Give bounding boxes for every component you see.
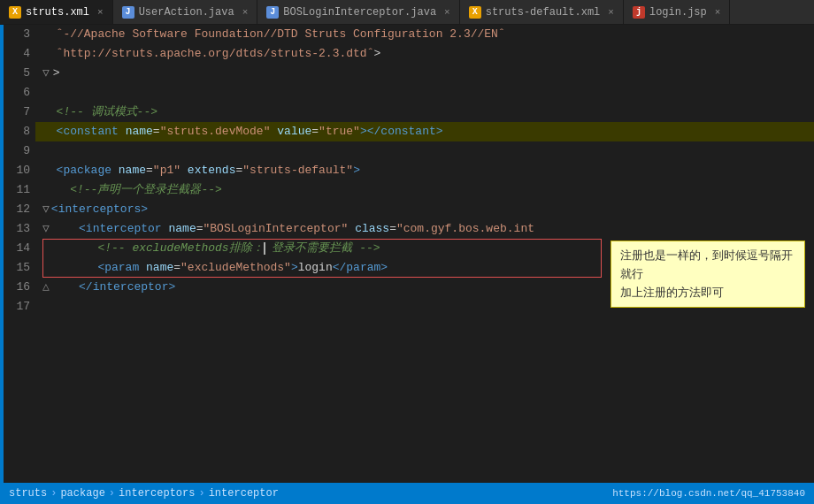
tab-label-struts-default: struts-default.xml [486, 6, 601, 19]
breadcrumb: struts › package › interceptors › interc… [9, 487, 279, 500]
tab-login-jsp[interactable]: j login.jsp × [624, 0, 730, 24]
code-content[interactable]: ˆ-//Apache Software Foundation//DTD Stru… [35, 25, 814, 483]
code-line-6 [35, 83, 814, 103]
tab-struts-default-xml[interactable]: X struts-default.xml × [460, 0, 624, 24]
code-line-12: ▽<interceptors> [35, 200, 814, 219]
line-num-6: 6 [4, 83, 30, 103]
tab-close-boslogin[interactable]: × [444, 7, 450, 18]
breadcrumb-struts[interactable]: struts [9, 487, 47, 500]
tab-label-login-jsp: login.jsp [649, 6, 707, 19]
code-line-10: <package name="p1" extends="struts-defau… [35, 161, 814, 180]
line-num-7: 7 [4, 103, 30, 122]
tab-icon-useraction: J [122, 6, 134, 19]
tab-close-login-jsp[interactable]: × [715, 7, 721, 18]
tab-useraction-java[interactable]: J UserAction.java × [113, 0, 258, 24]
code-lines: ˆ-//Apache Software Foundation//DTD Stru… [35, 25, 814, 317]
tab-icon-struts-xml: X [9, 6, 21, 19]
tab-label-struts-xml: struts.xml [26, 6, 89, 19]
breadcrumb-package[interactable]: package [60, 487, 104, 500]
tab-label-useraction: UserAction.java [139, 6, 234, 19]
tab-icon-login-jsp: j [633, 6, 645, 19]
line-num-17: 17 [4, 297, 30, 317]
line-num-16: 16 [4, 278, 30, 297]
red-box-container: <!-- excludeMethods排除： 登录不需要拦截 --> <para… [35, 239, 814, 278]
editor-area: 3 4 5 6 7 8 9 10 11 12 13 14 15 16 17 ˆ-… [0, 25, 814, 483]
breadcrumb-interceptors[interactable]: interceptors [119, 487, 195, 500]
code-line-7: <!-- 调试模式--> [35, 103, 814, 122]
tab-close-struts-default[interactable]: × [608, 7, 614, 18]
line-numbers: 3 4 5 6 7 8 9 10 11 12 13 14 15 16 17 [4, 25, 35, 483]
tab-label-boslogin: BOSLoginInterceptor.java [283, 6, 436, 19]
code-line-3: ˆ-//Apache Software Foundation//DTD Stru… [35, 25, 814, 44]
line-num-13: 13 [4, 219, 30, 239]
code-line-13: ▽ <interceptor name="BOSLoginInterceptor… [35, 219, 814, 239]
tab-icon-struts-default: X [469, 6, 481, 19]
tab-boslogin-java[interactable]: J BOSLoginInterceptor.java × [257, 0, 459, 24]
tooltip-box: 注册也是一样的，到时候逗号隔开就行 加上注册的方法即可 [610, 241, 805, 308]
line-num-14: 14 [4, 239, 30, 258]
line-num-5: 5 [4, 64, 30, 83]
tab-struts-xml[interactable]: X struts.xml × [0, 0, 113, 24]
tooltip-line2: 加上注册的方法即可 [620, 286, 724, 299]
breadcrumb-interceptor[interactable]: interceptor [209, 487, 279, 500]
line-num-8: 8 [4, 122, 30, 141]
tooltip-line1: 注册也是一样的，到时候逗号隔开就行 [620, 248, 793, 280]
line-num-3: 3 [4, 25, 30, 44]
code-line-8: <constant name="struts.devMode" value="t… [35, 122, 814, 141]
status-right: https://blog.csdn.net/qq_41753840 [612, 488, 805, 499]
code-line-4: ˆhttp://struts.apache.org/dtds/struts-2.… [35, 44, 814, 64]
tab-close-struts-xml[interactable]: × [97, 7, 104, 18]
status-bar: struts › package › interceptors › interc… [0, 483, 814, 504]
line-num-12: 12 [4, 200, 30, 219]
tab-bar: X struts.xml × J UserAction.java × J BOS… [0, 0, 814, 25]
line-num-9: 9 [4, 141, 30, 161]
code-line-11: <!--声明一个登录拦截器--> [35, 180, 814, 200]
tab-icon-boslogin: J [266, 6, 279, 19]
code-line-5: ▽> [35, 64, 814, 83]
line-num-10: 10 [4, 161, 30, 180]
line-num-11: 11 [4, 180, 30, 200]
line-num-15: 15 [4, 258, 30, 278]
code-line-9 [35, 141, 814, 161]
tab-close-useraction[interactable]: × [242, 7, 249, 18]
line-num-4: 4 [4, 44, 30, 64]
